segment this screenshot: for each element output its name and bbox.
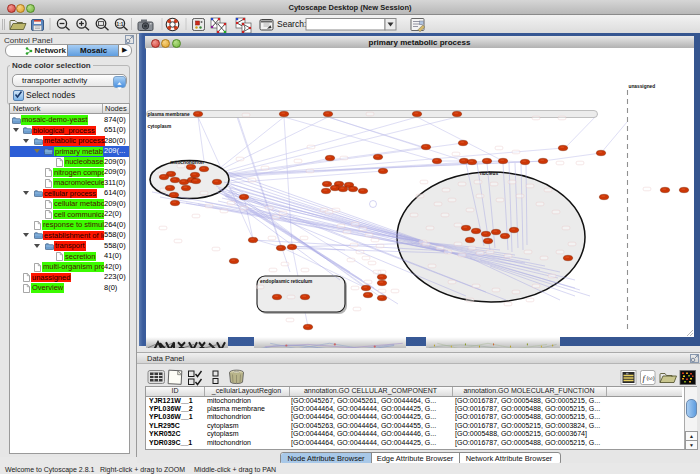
svg-text:···: ··· bbox=[543, 257, 545, 259]
svg-text:···: ··· bbox=[177, 240, 179, 242]
svg-text:1:1: 1:1 bbox=[117, 22, 124, 27]
svg-text:···: ··· bbox=[529, 185, 531, 187]
svg-text:···: ··· bbox=[284, 263, 286, 265]
svg-text:···: ··· bbox=[335, 209, 337, 211]
svg-text:···: ··· bbox=[571, 243, 573, 245]
svg-text:···: ··· bbox=[555, 211, 557, 213]
svg-text:···: ··· bbox=[365, 257, 367, 259]
svg-text:···: ··· bbox=[259, 286, 261, 288]
svg-text:···: ··· bbox=[507, 303, 509, 305]
svg-text:···: ··· bbox=[323, 209, 325, 211]
svg-text:···: ··· bbox=[328, 211, 330, 213]
svg-text:nucleus: nucleus bbox=[480, 171, 498, 176]
svg-text:···: ··· bbox=[367, 281, 369, 283]
svg-text:···: ··· bbox=[646, 188, 648, 190]
svg-text:···: ··· bbox=[559, 251, 561, 253]
svg-text:···: ··· bbox=[451, 199, 453, 201]
svg-text:···: ··· bbox=[203, 192, 205, 194]
svg-text:···: ··· bbox=[310, 146, 312, 148]
svg-text:···: ··· bbox=[304, 269, 306, 271]
svg-text:···: ··· bbox=[419, 195, 421, 197]
svg-text:···: ··· bbox=[362, 228, 364, 230]
svg-text:···: ··· bbox=[354, 223, 356, 225]
svg-text:endoplasmic reticulum: endoplasmic reticulum bbox=[260, 279, 312, 284]
svg-text:···: ··· bbox=[507, 255, 509, 257]
svg-text:···: ··· bbox=[469, 209, 471, 211]
svg-text:···: ··· bbox=[275, 216, 277, 218]
svg-text:···: ··· bbox=[495, 289, 497, 291]
svg-text:···: ··· bbox=[475, 285, 477, 287]
svg-text:···: ··· bbox=[479, 252, 481, 254]
svg-text:···: ··· bbox=[493, 183, 495, 185]
svg-text:···: ··· bbox=[376, 271, 378, 273]
svg-text:···: ··· bbox=[519, 195, 521, 197]
svg-text:···: ··· bbox=[356, 308, 358, 310]
svg-text:···: ··· bbox=[539, 203, 541, 205]
svg-text:···: ··· bbox=[529, 299, 531, 301]
svg-text:···: ··· bbox=[498, 147, 500, 149]
svg-text:···: ··· bbox=[477, 181, 479, 183]
svg-text:···: ··· bbox=[215, 248, 217, 250]
svg-text:···: ··· bbox=[423, 181, 425, 183]
svg-text:···: ··· bbox=[290, 296, 292, 298]
svg-text:···: ··· bbox=[368, 234, 370, 236]
svg-text:···: ··· bbox=[350, 259, 352, 261]
svg-text:···: ··· bbox=[282, 212, 284, 214]
svg-text:Search:: Search: bbox=[277, 19, 306, 29]
svg-text:···: ··· bbox=[559, 162, 561, 164]
svg-text:···: ··· bbox=[272, 269, 274, 271]
svg-text:···: ··· bbox=[413, 214, 415, 216]
svg-text:···: ··· bbox=[471, 247, 473, 249]
svg-text:···: ··· bbox=[445, 189, 447, 191]
svg-text:···: ··· bbox=[444, 214, 446, 216]
svg-text:···: ··· bbox=[340, 225, 342, 227]
svg-text:···: ··· bbox=[461, 183, 463, 185]
svg-text:plasma membrane: plasma membrane bbox=[148, 112, 190, 117]
svg-text:unassigned: unassigned bbox=[629, 84, 656, 89]
svg-text:···: ··· bbox=[579, 162, 581, 164]
svg-text:···: ··· bbox=[379, 245, 381, 247]
svg-text:···: ··· bbox=[547, 189, 549, 191]
svg-text:···: ··· bbox=[223, 210, 225, 212]
svg-text:···: ··· bbox=[208, 205, 210, 207]
svg-text:···: ··· bbox=[515, 151, 517, 153]
svg-text:···: ··· bbox=[429, 227, 431, 229]
svg-text:···: ··· bbox=[479, 195, 481, 197]
svg-text:···: ··· bbox=[535, 285, 537, 287]
svg-text:···: ··· bbox=[369, 113, 371, 115]
svg-text:···: ··· bbox=[394, 290, 396, 292]
svg-text:···: ··· bbox=[511, 181, 513, 183]
svg-text:···: ··· bbox=[551, 275, 553, 277]
svg-text:···: ··· bbox=[461, 254, 463, 256]
svg-text:···: ··· bbox=[180, 165, 182, 167]
svg-text:···: ··· bbox=[561, 117, 563, 119]
svg-text:···: ··· bbox=[245, 114, 247, 116]
svg-text:···: ··· bbox=[195, 215, 197, 217]
svg-text:···: ··· bbox=[499, 199, 501, 201]
svg-text:···: ··· bbox=[527, 251, 529, 253]
svg-text:···: ··· bbox=[425, 243, 427, 245]
svg-text:···: ··· bbox=[243, 207, 245, 209]
svg-text:cytoplasm: cytoplasm bbox=[148, 124, 172, 129]
svg-text:(ω): (ω) bbox=[647, 375, 655, 381]
svg-text:···: ··· bbox=[264, 167, 266, 169]
svg-text:···: ··· bbox=[381, 290, 383, 292]
svg-text:···: ··· bbox=[451, 281, 453, 283]
svg-text:···: ··· bbox=[343, 157, 345, 159]
svg-text:···: ··· bbox=[346, 231, 348, 233]
svg-text:···: ··· bbox=[353, 244, 355, 246]
svg-text:···: ··· bbox=[271, 237, 273, 239]
svg-text:···: ··· bbox=[457, 224, 459, 226]
svg-text:···: ··· bbox=[371, 262, 373, 264]
svg-text:···: ··· bbox=[163, 189, 165, 191]
svg-text:···: ··· bbox=[297, 160, 299, 162]
svg-text:mitochondrion: mitochondrion bbox=[170, 160, 204, 165]
svg-text:···: ··· bbox=[437, 203, 439, 205]
svg-text:···: ··· bbox=[239, 158, 241, 160]
svg-text:···: ··· bbox=[268, 207, 270, 209]
svg-text:···: ··· bbox=[457, 243, 459, 245]
svg-text:···: ··· bbox=[455, 153, 457, 155]
svg-text:···: ··· bbox=[374, 239, 376, 241]
svg-text:···: ··· bbox=[439, 247, 441, 249]
svg-text:···: ··· bbox=[162, 227, 164, 229]
